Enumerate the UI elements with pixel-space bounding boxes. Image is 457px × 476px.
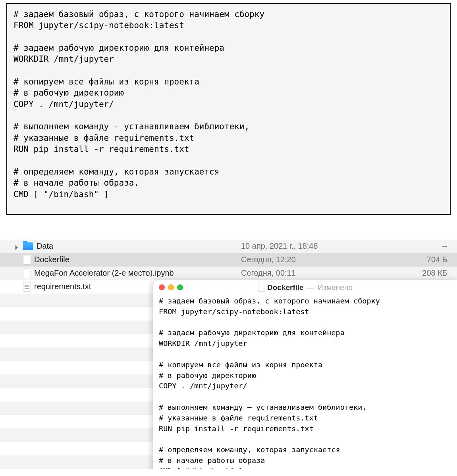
text-file-icon [23,282,31,292]
traffic-light-minimize-icon[interactable] [168,284,174,290]
file-date: 10 апр. 2021 г., 18:48 [241,242,368,251]
file-size: 208 КБ [368,269,447,278]
editor-body[interactable]: # задаем базовый образ, с которого начин… [153,295,457,469]
traffic-light-zoom-icon[interactable] [177,284,183,290]
file-name: requirements.txt [34,282,91,291]
editor-status: Изменено [318,283,353,292]
file-size: -- [368,242,447,251]
file-date: Сегодня, 12:20 [241,255,368,264]
editor-title-dash: — [307,283,314,292]
file-icon [23,269,31,278]
text-editor-window[interactable]: Dockerfile — Изменено # задаем базовый о… [153,280,457,469]
dockerfile-code: # задаем базовый образ, с которого начин… [13,9,444,200]
finder-row-notebook[interactable]: MegaFon Accelerator (2-е место).ipynb Се… [0,267,457,280]
finder-row-data[interactable]: Data 10 апр. 2021 г., 18:48 -- [0,240,457,253]
file-name: Dockerfile [34,255,69,264]
file-icon [258,284,264,292]
editor-titlebar[interactable]: Dockerfile — Изменено [153,280,457,295]
finder-row-dockerfile[interactable]: Dockerfile Сегодня, 12:20 704 Б [0,253,457,267]
editor-doc-name: Dockerfile [267,283,304,292]
editor-text[interactable]: # задаем базовый образ, с которого начин… [159,296,451,469]
file-name: MegaFon Accelerator (2-е место).ipynb [34,269,174,278]
dockerfile-code-card: # задаем базовый образ, с которого начин… [6,3,451,215]
chevron-right-icon[interactable] [14,243,21,250]
folder-icon [23,242,33,250]
traffic-light-close-icon[interactable] [159,284,165,290]
editor-title: Dockerfile — Изменено [258,283,353,292]
file-size: 704 Б [368,255,447,264]
file-date: Сегодня, 00:11 [241,269,368,278]
file-icon [23,255,31,265]
file-name: Data [37,242,53,251]
finder-area: Data 10 апр. 2021 г., 18:48 -- Dockerfil… [0,240,457,469]
